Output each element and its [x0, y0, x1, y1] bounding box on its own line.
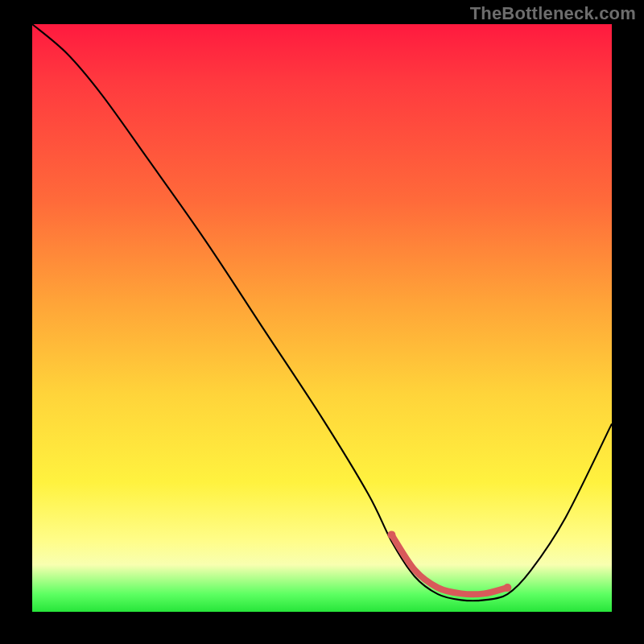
bottleneck-curve — [32, 24, 612, 601]
sweet-spot-start-dot — [387, 530, 395, 539]
watermark-text: TheBottleneck.com — [470, 3, 636, 24]
sweet-spot-segment — [391, 535, 507, 594]
curve-svg — [32, 24, 612, 612]
sweet-spot-end-dot — [503, 584, 511, 592]
chart-frame: TheBottleneck.com — [0, 0, 644, 644]
plot-area — [32, 24, 612, 612]
